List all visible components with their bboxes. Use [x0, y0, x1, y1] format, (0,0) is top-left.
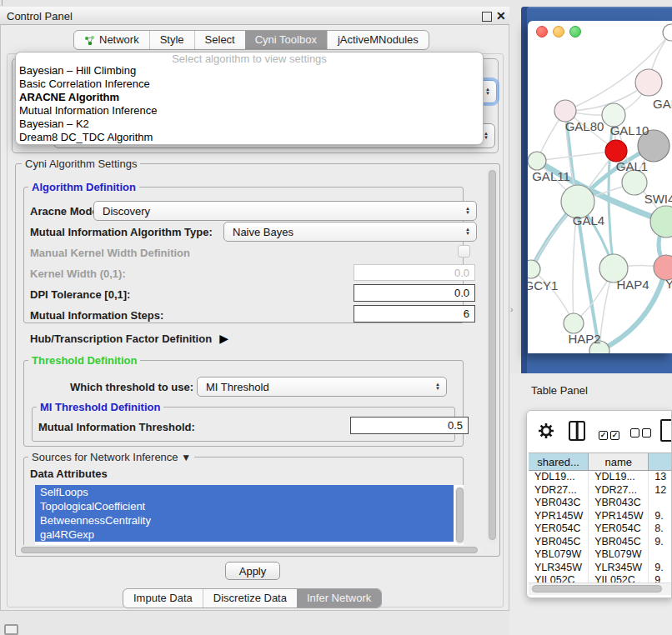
tab-jactivemnodules[interactable]: jActiveMNodules — [327, 31, 429, 49]
kernel-width-field[interactable]: 0.0 — [354, 264, 475, 281]
panel-divider-grip[interactable]: › — [510, 305, 513, 314]
table-cell: 13 — [649, 471, 672, 484]
mi-threshold-title: MI Threshold Definition — [37, 402, 163, 412]
data-attributes-list[interactable]: SelfLoopsTopologicalCoefficientBetweenne… — [35, 485, 464, 546]
minimized-panel-icon[interactable] — [4, 624, 18, 635]
algorithm-option-aracne-algorithm[interactable]: ARACNE Algorithm — [16, 91, 483, 104]
bottom-tabbar: Impute DataDiscretize DataInfer Network — [123, 588, 382, 608]
document-icon[interactable] — [660, 419, 672, 442]
table-cell: YLR345W — [529, 562, 589, 575]
network-node-swi4g[interactable] — [650, 206, 672, 238]
column-header-extra[interactable] — [649, 452, 672, 471]
table-row[interactable]: YDL19...YDL19...13 — [529, 471, 672, 484]
attribute-item-selfloops[interactable]: SelfLoops — [35, 485, 454, 499]
tab-label: Network — [99, 33, 139, 47]
table-cell: YER054C — [589, 522, 649, 536]
table-hscrollbar-thumb[interactable] — [532, 585, 662, 592]
dpi-tolerance-value: 0.0 — [454, 287, 469, 299]
tab-label: Discretize Data — [213, 592, 287, 605]
tab-select[interactable]: Select — [194, 31, 245, 49]
column-header-shared[interactable]: shared... — [529, 452, 589, 471]
table-cell: YDR27... — [589, 484, 649, 498]
table-cell: 8. — [649, 522, 672, 536]
close-icon[interactable]: ✕ — [496, 10, 506, 22]
settings-hscrollbar[interactable] — [18, 545, 484, 555]
network-edge[interactable] — [609, 115, 614, 268]
which-threshold-combo[interactable]: MI Threshold ▲▼ — [197, 377, 447, 397]
network-node-topw[interactable] — [663, 24, 672, 41]
which-threshold-value: MI Threshold — [206, 381, 269, 393]
algorithm-option-dream8-dc-tdc-algorithm[interactable]: Dream8 DC_TDC Algorithm — [16, 131, 483, 144]
table-row[interactable]: YPR145WYPR145W9. — [529, 510, 672, 523]
algorithm-option-mutual-information-inference[interactable]: Mutual Information Inference — [16, 104, 483, 118]
mi-steps-label: Mutual Information Steps: — [30, 309, 163, 322]
settings-hscrollbar-thumb[interactable] — [21, 547, 478, 553]
panel-title: Control Panel — [7, 10, 73, 22]
attribute-item-topologicalcoefficient[interactable]: TopologicalCoefficient — [35, 499, 454, 513]
table-row[interactable]: YLR345WYLR345W9. — [529, 562, 672, 575]
window-edge-tick — [2, 0, 3, 6]
deselect-all-icon[interactable] — [630, 426, 654, 441]
algorithm-option-bayesian-k2[interactable]: Bayesian – K2 — [16, 118, 483, 131]
manual-kernel-checkbox[interactable] — [458, 245, 470, 258]
split-columns-icon[interactable] — [569, 421, 585, 441]
algorithm-option-basic-correlation-inference[interactable]: Basic Correlation Inference — [16, 78, 483, 91]
network-node-gal1[interactable] — [622, 170, 647, 195]
sources-title-row[interactable]: Sources for Network Inference ▼ — [28, 452, 194, 463]
network-edge[interactable] — [537, 151, 616, 161]
mi-threshold-field[interactable]: 0.5 — [350, 417, 469, 434]
float-window-icon[interactable] — [482, 12, 492, 22]
network-node-galpink[interactable] — [635, 69, 662, 96]
network-graph[interactable]: GALGAL80GAL10GAL1GAL11SWI4GAL4GCY1HAP4YH… — [528, 21, 672, 353]
table-row[interactable]: YDR27...YDR27...12 — [529, 484, 672, 498]
network-node-gal11[interactable] — [528, 152, 546, 170]
hub-definition-expander[interactable]: Hub/Transcription Factor Definition ▶ — [30, 332, 228, 345]
mi-steps-field[interactable]: 6 — [354, 305, 475, 322]
aracne-mode-combo[interactable]: Discovery ▲▼ — [93, 201, 477, 221]
attribute-item-gal4rgexp[interactable]: gal4RGexp — [35, 528, 454, 542]
select-all-icon[interactable]: ✓✓ — [599, 426, 622, 441]
network-window[interactable]: GALGAL80GAL10GAL1GAL11SWI4GAL4GCY1HAP4YH… — [528, 21, 672, 353]
attributes-scrollbar[interactable] — [455, 487, 464, 544]
table-cell: YBL079W — [529, 548, 589, 562]
tab-cyni-toolbox[interactable]: Cyni Toolbox — [245, 31, 327, 49]
table-row[interactable]: YBR045CYBR045C9. — [529, 536, 672, 549]
attributes-scrollbar-thumb[interactable] — [456, 488, 464, 542]
which-threshold-label: Which threshold to use: — [70, 381, 193, 393]
tab-discretize-data[interactable]: Discretize Data — [203, 589, 297, 608]
table-row[interactable]: YBR043CYBR043C — [529, 497, 672, 510]
threshold-definition-title: Threshold Definition — [28, 355, 140, 366]
attribute-item-betweennesscentrality[interactable]: BetweennessCentrality — [35, 513, 454, 528]
table-cell: YBR043C — [529, 497, 589, 510]
table-panel-title: Table Panel — [531, 384, 588, 397]
apply-button[interactable]: Apply — [225, 562, 280, 580]
dpi-tolerance-field[interactable]: 0.0 — [354, 284, 475, 302]
settings-vscrollbar[interactable] — [487, 168, 498, 544]
tab-label: Cyni Toolbox — [255, 33, 317, 47]
network-node-hap2[interactable] — [564, 313, 584, 333]
tab-infer-network[interactable]: Infer Network — [297, 589, 381, 608]
column-header-name[interactable]: name — [589, 452, 649, 471]
stepper-arrows-icon: ▲▼ — [465, 228, 470, 236]
settings-vscrollbar-thumb[interactable] — [489, 170, 496, 540]
gear-icon[interactable] — [537, 422, 555, 440]
tab-impute-data[interactable]: Impute Data — [123, 589, 203, 608]
tab-label: Infer Network — [307, 592, 371, 605]
control-panel-titlebar — [0, 7, 509, 25]
hub-definition-label: Hub/Transcription Factor Definition — [30, 332, 212, 345]
stepper-arrows-icon: ▲▼ — [435, 382, 440, 391]
table-cell: YBL079W — [589, 548, 649, 562]
table-row[interactable]: YBL079WYBL079W — [529, 548, 672, 562]
tab-label: jActiveMNodules — [338, 33, 419, 47]
table-hscrollbar[interactable] — [529, 582, 671, 595]
mi-type-combo[interactable]: Naive Bayes ▲▼ — [223, 222, 477, 242]
app-root: Control Panel ✕ NetworkStyleSelectCyni T… — [0, 0, 672, 635]
tab-network[interactable]: Network — [74, 31, 149, 49]
table-body: YDL19...YDL19...13YDR27...YDR27...12YBR0… — [529, 471, 672, 588]
data-attributes-label: Data Attributes — [30, 468, 108, 480]
kernel-width-label: Kernel Width (0,1): — [30, 268, 126, 280]
table-cell: YDL19... — [589, 471, 649, 484]
algorithm-option-bayesian-hill-climbing[interactable]: Bayesian – Hill Climbing — [16, 64, 483, 78]
table-row[interactable]: YER054CYER054C8. — [529, 522, 672, 536]
tab-style[interactable]: Style — [149, 31, 194, 49]
